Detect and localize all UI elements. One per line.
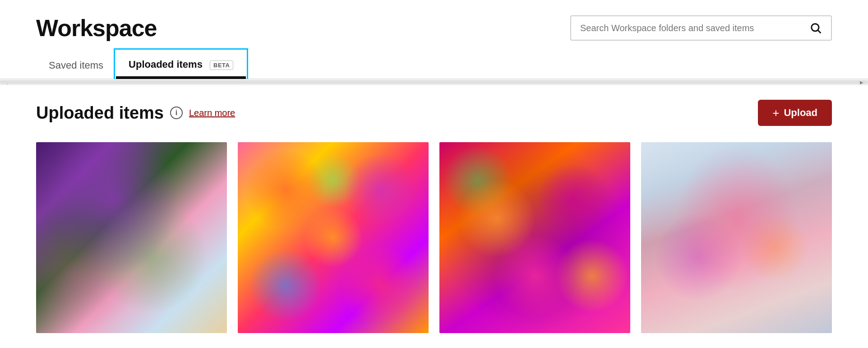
page-title: Workspace xyxy=(36,14,157,42)
content-title-group: Uploaded items i Learn more xyxy=(36,103,235,123)
content-header: Uploaded items i Learn more + Upload xyxy=(36,100,832,126)
page-header: Workspace xyxy=(0,0,868,51)
info-icon[interactable]: i xyxy=(170,107,183,119)
search-icon xyxy=(809,22,822,34)
image-card-4[interactable] xyxy=(641,142,832,333)
image-card-1[interactable] xyxy=(36,142,227,333)
image-card-2[interactable] xyxy=(238,142,429,333)
search-input[interactable] xyxy=(580,23,809,33)
beta-badge: BETA xyxy=(210,60,233,70)
learn-more-link[interactable]: Learn more xyxy=(189,108,235,118)
search-bar[interactable] xyxy=(570,15,832,41)
scroll-track[interactable] xyxy=(0,80,868,84)
upload-plus-icon: + xyxy=(772,107,779,119)
upload-button[interactable]: + Upload xyxy=(758,100,832,126)
tabs-section: Saved items Uploaded items BETA xyxy=(0,51,868,79)
image-card-3[interactable] xyxy=(439,142,630,333)
image-grid xyxy=(36,142,832,333)
content-title: Uploaded items xyxy=(36,103,164,123)
tab-uploaded-items[interactable]: Uploaded items BETA xyxy=(116,51,246,79)
content-area: Uploaded items i Learn more + Upload xyxy=(0,85,868,342)
svg-line-1 xyxy=(818,30,820,32)
scroll-right-arrow[interactable]: ▶ xyxy=(860,80,863,85)
tabs: Saved items Uploaded items BETA xyxy=(36,51,832,79)
horizontal-scrollbar[interactable]: ◀ ▶ xyxy=(0,79,868,85)
upload-label: Upload xyxy=(784,107,817,119)
tab-saved-items[interactable]: Saved items xyxy=(36,51,116,79)
